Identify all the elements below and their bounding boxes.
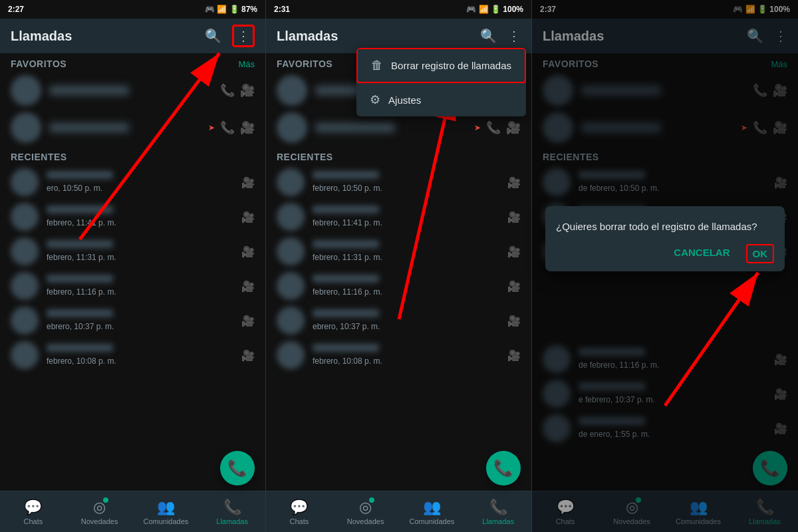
video-sm-1-4[interactable]: 🎥 bbox=[241, 280, 255, 293]
video-sm-2-2[interactable]: 🎥 bbox=[507, 211, 521, 223]
novedades-label-1: Novedades bbox=[81, 517, 118, 525]
recent-row-1-1[interactable]: ero, 10:50 p. m. 🎥 bbox=[0, 165, 265, 200]
fab-1[interactable]: 📞 bbox=[220, 451, 255, 485]
recent-row-2-4[interactable]: febrero, 11:16 p. m. 🎥 bbox=[266, 269, 531, 303]
recent-row-1-6[interactable]: febrero, 10:08 p. m. 🎥 bbox=[0, 338, 265, 372]
cancel-button-3[interactable]: Cancelar bbox=[668, 244, 735, 263]
video-sm-1-1[interactable]: 🎥 bbox=[241, 176, 255, 189]
contact-info-1 bbox=[49, 86, 212, 95]
video-sm-2-3[interactable]: 🎥 bbox=[507, 245, 521, 258]
favorites-label-2: Favoritos bbox=[277, 59, 332, 69]
video-sm-1-5[interactable]: 🎥 bbox=[241, 315, 255, 327]
llamadas-label-2: Llamadas bbox=[482, 517, 514, 525]
mas-link-1[interactable]: Más bbox=[238, 59, 255, 69]
recent-info-1-6: febrero, 10:08 p. m. bbox=[47, 344, 233, 366]
recent-time-1-2: febrero, 11:41 p. m. bbox=[47, 218, 116, 227]
recent-row-2-3[interactable]: febrero, 11:31 p. m. 🎥 bbox=[266, 234, 531, 269]
dropdown-item-settings-2[interactable]: ⚙ Ajustes bbox=[356, 83, 526, 116]
recent-name-1-4 bbox=[47, 275, 113, 283]
fav-contact-1[interactable]: 📞 🎥 bbox=[0, 72, 265, 109]
contact-name-2 bbox=[49, 123, 129, 132]
recent-time-1-1: ero, 10:50 p. m. bbox=[47, 184, 102, 193]
llamadas-icon-2: 📞 bbox=[489, 499, 507, 516]
video-sm-1-6[interactable]: 🎥 bbox=[241, 349, 255, 362]
missed-icon-2-2: ➤ bbox=[474, 123, 481, 132]
video-icon-fav-2-2[interactable]: 🎥 bbox=[506, 120, 521, 135]
novedades-icon-1: ◎ bbox=[93, 499, 106, 516]
nav-novedades-2[interactable]: ◎ Novedades bbox=[332, 499, 399, 525]
comunidades-label-2: Comunidades bbox=[409, 517, 454, 525]
recent-row-1-4[interactable]: febrero, 11:16 p. m. 🎥 bbox=[0, 269, 265, 303]
recent-avatar-1-2 bbox=[11, 203, 39, 231]
video-sm-2-6[interactable]: 🎥 bbox=[507, 349, 521, 362]
recent-avatar-1-5 bbox=[11, 307, 39, 334]
comunidades-icon-1: 👥 bbox=[157, 499, 175, 516]
top-bar-icons-2: 🔍 ⋮ bbox=[480, 28, 521, 44]
fab-2[interactable]: 📞 bbox=[486, 451, 521, 485]
video-sm-1-2[interactable]: 🎥 bbox=[241, 211, 255, 223]
recent-name-1-3 bbox=[47, 240, 113, 248]
video-icon-fav-1[interactable]: 🎥 bbox=[240, 83, 255, 98]
menu-icon-2[interactable]: ⋮ bbox=[507, 28, 521, 44]
recent-name-1-6 bbox=[47, 344, 113, 352]
video-sm-2-1[interactable]: 🎥 bbox=[507, 176, 521, 189]
recent-avatar-2-5 bbox=[277, 307, 305, 334]
video-sm-2-4[interactable]: 🎥 bbox=[507, 280, 521, 293]
recent-row-2-2[interactable]: febrero, 11:41 p. m. 🎥 bbox=[266, 200, 531, 234]
recent-row-2-1[interactable]: febrero, 10:50 p. m. 🎥 bbox=[266, 165, 531, 200]
recent-info-2-2: febrero, 11:41 p. m. bbox=[313, 205, 499, 228]
contact-name-2-2 bbox=[315, 123, 395, 132]
recent-info-1-4: febrero, 11:16 p. m. bbox=[47, 275, 233, 297]
nav-novedades-1[interactable]: ◎ Novedades bbox=[66, 499, 133, 525]
recent-row-1-5[interactable]: ebrero, 10:37 p. m. 🎥 bbox=[0, 303, 265, 338]
recent-time-2-6: febrero, 10:08 p. m. bbox=[313, 356, 382, 366]
llamadas-icon-1: 📞 bbox=[223, 499, 241, 516]
recent-row-1-2[interactable]: febrero, 11:41 p. m. 🎥 bbox=[0, 200, 265, 234]
menu-icon-1[interactable]: ⋮ bbox=[232, 25, 255, 47]
recent-time-2-1: febrero, 10:50 p. m. bbox=[313, 184, 382, 193]
panel-1: 2:27 🎮 📶 🔋 87% Llamadas 🔍 ⋮ Favoritos Má… bbox=[0, 0, 266, 532]
phone-icon-fav-2-2[interactable]: 📞 bbox=[486, 120, 501, 135]
avatar-fav-2-1 bbox=[277, 75, 307, 106]
search-icon-1[interactable]: 🔍 bbox=[205, 28, 221, 44]
recent-row-2-6[interactable]: febrero, 10:08 p. m. 🎥 bbox=[266, 338, 531, 372]
recent-avatar-2-2 bbox=[277, 203, 305, 231]
nav-llamadas-1[interactable]: 📞 Llamadas bbox=[199, 499, 265, 525]
nav-comunidades-2[interactable]: 👥 Comunidades bbox=[399, 499, 466, 525]
recent-row-1-3[interactable]: febrero, 11:31 p. m. 🎥 bbox=[0, 234, 265, 269]
avatar-fav-1 bbox=[11, 75, 41, 106]
ok-button-3[interactable]: OK bbox=[746, 244, 775, 263]
gear-icon-2: ⚙ bbox=[370, 92, 380, 107]
status-bar-2: 2:31 🎮 📶 🔋 100% bbox=[266, 0, 531, 19]
recent-info-1-2: febrero, 11:41 p. m. bbox=[47, 205, 233, 228]
dropdown-item-delete-2[interactable]: 🗑 Borrar registro de llamadas bbox=[356, 48, 526, 83]
recent-avatar-2-6 bbox=[277, 341, 305, 369]
chats-label-1: Chats bbox=[24, 517, 43, 525]
recent-time-2-4: febrero, 11:16 p. m. bbox=[313, 287, 382, 297]
call-icons-fav-1: 📞 🎥 bbox=[220, 83, 255, 98]
recent-name-1-2 bbox=[47, 205, 113, 213]
dialog-buttons-3: Cancelar OK bbox=[556, 244, 774, 263]
bottom-nav-2: 💬 Chats ◎ Novedades 👥 Comunidades 📞 Llam… bbox=[266, 491, 531, 532]
phone-icon-fav-1[interactable]: 📞 bbox=[220, 83, 235, 98]
search-icon-2[interactable]: 🔍 bbox=[480, 28, 497, 44]
contact-name-1 bbox=[49, 86, 129, 95]
nav-comunidades-1[interactable]: 👥 Comunidades bbox=[133, 499, 200, 525]
nav-chats-2[interactable]: 💬 Chats bbox=[266, 499, 332, 525]
novedades-label-2: Novedades bbox=[347, 517, 384, 525]
recents-label-2: Recientes bbox=[277, 152, 333, 162]
video-sm-1-3[interactable]: 🎥 bbox=[241, 245, 255, 258]
dropdown-settings-label-2: Ajustes bbox=[388, 94, 421, 106]
nav-chats-1[interactable]: 💬 Chats bbox=[0, 499, 66, 525]
video-sm-2-5[interactable]: 🎥 bbox=[507, 315, 521, 327]
video-icon-fav-2[interactable]: 🎥 bbox=[240, 120, 255, 135]
contact-info-2 bbox=[49, 123, 200, 132]
recent-time-2-2: febrero, 11:41 p. m. bbox=[313, 218, 382, 227]
nav-llamadas-2[interactable]: 📞 Llamadas bbox=[465, 499, 531, 525]
recent-row-2-5[interactable]: ebrero, 10:37 p. m. 🎥 bbox=[266, 303, 531, 338]
recent-avatar-1-6 bbox=[11, 341, 39, 369]
phone-icon-fav-2[interactable]: 📞 bbox=[220, 120, 235, 135]
recent-name-2-6 bbox=[313, 344, 379, 352]
fav-contact-2[interactable]: ➤ 📞 🎥 bbox=[0, 109, 265, 146]
recent-info-2-5: ebrero, 10:37 p. m. bbox=[313, 309, 499, 332]
